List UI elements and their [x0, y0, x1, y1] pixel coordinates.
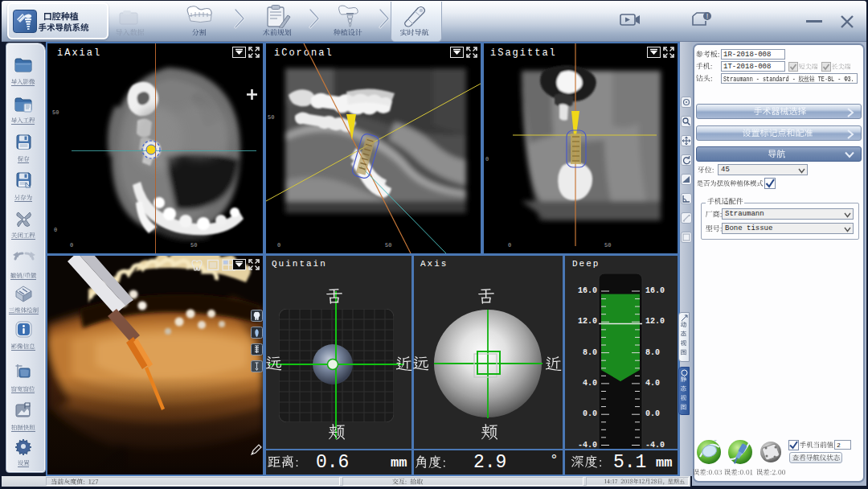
svg-text:!: ! [706, 12, 709, 20]
